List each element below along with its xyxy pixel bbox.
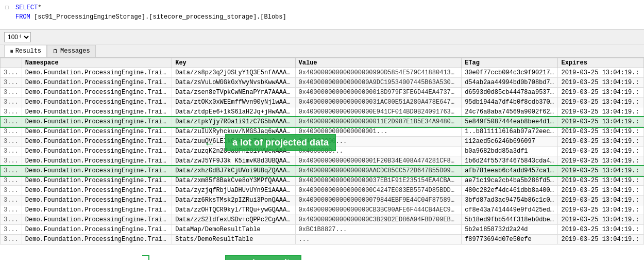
table-cell: Data/zs8pz3q2j0SLyY1Q3E5nfAAAAAAAAAAAA	[172, 68, 295, 78]
table-cell: Demo.Foundation.ProcessingEngine.Train.M…	[22, 137, 172, 147]
table-cell: Stats/DemoResultTable	[172, 235, 295, 245]
table-cell: 0x400000000000000000990D5854E579C4188041…	[295, 68, 462, 78]
table-cell: Data/zz6RksTMsk2pIZRui3PonQAAAAAAAAAAAA	[172, 196, 295, 205]
table-cell: 3...	[1, 156, 22, 166]
table-row: 3...Demo.Foundation.ProcessingEngine.Tra…	[1, 235, 644, 245]
table-row: 3...Demo.Foundation.ProcessingEngine.Tra…	[1, 147, 644, 156]
sql-star: *	[38, 3, 41, 12]
table-cell: 2019-03-25 13:04:19.:	[558, 225, 644, 235]
table-cell: 0x400000000000000000011E2D987E1B5E34A948…	[295, 117, 462, 127]
tab-messages-label: Messages	[60, 47, 90, 55]
table-cell: 2019-03-25 13:04:19.:	[558, 127, 644, 137]
table-cell: 3...	[1, 98, 22, 107]
table-cell: Demo.Foundation.ProcessingEngine.Train.M…	[22, 156, 172, 166]
table-row: 3...Demo.Foundation.ProcessingEngine.Tra…	[1, 117, 644, 127]
table-cell: Demo.Foundation.ProcessingEngine.Train.M…	[22, 68, 172, 78]
table-cell: 3...	[1, 225, 22, 235]
table-cell: f89773694d07e50efe	[462, 235, 558, 245]
toolbar: 100 % 50 % 75 % 125 % 150 %	[0, 30, 644, 44]
table-row: 3...Demo.Foundation.ProcessingEngine.Tra…	[1, 68, 644, 78]
table-cell: Demo.Foundation.ProcessingEngine.Train.M…	[22, 176, 172, 186]
table-row: 3...Demo.Foundation.ProcessingEngine.Tra…	[1, 186, 644, 196]
table-row: 3...Demo.Foundation.ProcessingEngine.Tra…	[1, 127, 644, 137]
table-cell: Demo.Foundation.ProcessingEngine.Train.M…	[22, 107, 172, 117]
table-cell: Demo.Foundation.ProcessingEngine.Train.M…	[22, 225, 172, 235]
table-cell: 2019-03-25 13:04:19.:	[558, 88, 644, 98]
bracket-right	[142, 255, 149, 260]
table-cell: 0x4000000000000000001...	[295, 127, 462, 137]
sql-select-keyword: SELECT	[15, 3, 38, 12]
table-row: 3...Demo.Foundation.ProcessingEngine.Tra…	[1, 137, 644, 147]
table-cell: 0x4060000...	[295, 147, 462, 156]
table-cell: Data/zsVuLoWGGkGxYwyNvsbKwwAAAAAAAAAAAA	[172, 78, 295, 88]
table-row: 3...Demo.Foundation.ProcessingEngine.Tra…	[1, 205, 644, 215]
table-cell: 1..b8l111l6l6ab07a72eec39f6d8f	[462, 127, 558, 137]
sql-editor: □ SELECT * FROM [sc91_ProcessingEngineSt…	[0, 0, 644, 30]
table-cell: 5e849f5087444eab8bee4d12b2bf986d	[462, 117, 558, 127]
table-cell: 2019-03-25 13:04:19.:	[558, 117, 644, 127]
merging-results-annotation: merging results	[225, 255, 301, 260]
table-cell: 0xBC1B8827...	[295, 225, 462, 235]
table-cell: 0x4000000000000000001F20B34E408A474281CF…	[295, 156, 462, 166]
table-cell: Data/zxm85f8BakCve8oY3MPfQAAAAAAAAAAAA	[172, 176, 295, 186]
tab-messages[interactable]: 🗒 Messages	[47, 45, 96, 57]
table-cell: 0x40000000000000000079844EBF9E44C04F8758…	[295, 196, 462, 205]
table-cell: Data/zwJ5YF9J3k K5imvK8d3UBQAAAAAAAAAAAA	[172, 156, 295, 166]
table-cell: 2019-03-25 13:04:19.:	[558, 147, 644, 156]
table-cell: Data/ztpkYjy7R0a1i91zC7G5bAAAAAAAAAAAA	[172, 117, 295, 127]
table-cell: 0x400000000000000000E941CF014BD0B2409176…	[295, 107, 462, 117]
table-cell: ae71c19ca2cb4ba5b286fd53c5e41e39	[462, 176, 558, 186]
table-row: 3...Demo.Foundation.ProcessingEngine.Tra…	[1, 98, 644, 107]
table-cell: 3...	[1, 137, 22, 147]
table-cell: 1b6d24f5573f4675843cda47016b85b0	[462, 156, 558, 166]
table-cell: ...	[295, 235, 462, 245]
table-cell: DataMap/DemoResultTable	[172, 225, 295, 235]
table-cell: 3...	[1, 127, 22, 137]
table-row: 3...Demo.Foundation.ProcessingEngine.Tra…	[1, 196, 644, 205]
table-cell: Data/zsen8eTVpkCwNEnaPYrA7AAAAAAAAAA	[172, 88, 295, 98]
table-row: 3...Demo.Foundation.ProcessingEngine.Tra…	[1, 78, 644, 88]
table-cell: Data/zuuQV6LElkC/HbreTtPt/QwAAAAAAAAAAAA	[172, 137, 295, 147]
table-cell: 2019-03-25 13:04:19.:	[558, 137, 644, 147]
table-cell: 3...	[1, 78, 22, 88]
table-cell: Data/zzOHTQCR9kyl/TRQu+ywGQAAAAAAAAAAAA	[172, 205, 295, 215]
table-cell: Data/zyzjqfRbjUaDHUvUYn9E1AAAAAAAAAAAAA	[172, 186, 295, 196]
table-cell: Demo.Foundation.ProcessingEngine.Train.M…	[22, 147, 172, 156]
tabs-bar: ⊞ Results 🗒 Messages	[0, 44, 644, 58]
table-cell: 0x40000000000000000031AC00E51A280A478E64…	[295, 98, 462, 107]
zoom-select[interactable]: 100 % 50 % 75 % 125 % 150 %	[4, 32, 31, 42]
table-cell: 0x40000000000000000C3B29D2ED86A04FBD709E…	[295, 215, 462, 225]
table-cell: Demo.Foundation.ProcessingEngine.Train.M…	[22, 235, 172, 245]
tab-results[interactable]: ⊞ Results	[4, 45, 47, 57]
table-cell: Demo.Foundation.ProcessingEngine.Train.M…	[22, 88, 172, 98]
table-cell: 2019-03-25 13:04:19.:	[558, 98, 644, 107]
table-cell: Demo.Foundation.ProcessingEngine.Train.M…	[22, 117, 172, 127]
table-cell: Demo.Foundation.ProcessingEngine.Train.M…	[22, 166, 172, 176]
table-cell: b0a9682bdd85a3df1	[462, 147, 558, 156]
table-cell: Data/zuIUXRyhckuv/NMGSJaq6wAAAAAAAAAAAA	[172, 127, 295, 137]
table-cell: 3...	[1, 68, 22, 78]
table-cell: 0x400000000000000000C4247E083EB5574D85BD…	[295, 186, 462, 196]
table-cell: Data/zzS2ldfexUSDv+cQPPc2CgAAAAAAAAAAAA	[172, 215, 295, 225]
results-area[interactable]: a lot of projected data ← → merging resu…	[0, 58, 644, 260]
table-cell: 0x40000000000000000CB3BC90AFE6F444CB4AEC…	[295, 205, 462, 215]
table-cell: 0x400000000000000000018D979F3FE6D44EA473…	[295, 88, 462, 98]
table-cell: 2019-03-25 13:04:19.:	[558, 166, 644, 176]
table-cell: 0x40000000...	[295, 137, 462, 147]
table-cell: 2019-03-25 13:04:19.:	[558, 107, 644, 117]
table-cell: 3...	[1, 107, 22, 117]
table-cell: 112aed5c6246b696097	[462, 137, 558, 147]
table-cell: 30e0f77ccb094c3c9f90217e64751ee6	[462, 68, 558, 78]
table-cell: Demo.Foundation.ProcessingEngine.Train.M…	[22, 98, 172, 107]
table-row: 3...Demo.Foundation.ProcessingEngine.Tra…	[1, 176, 644, 186]
message-icon: 🗒	[53, 48, 58, 55]
table-cell: 2019-03-25 13:04:19.:	[558, 68, 644, 78]
table-cell: 3bfd87ad3ac94754b86c1c0348b17a59	[462, 196, 558, 205]
table-cell: 3...	[1, 166, 22, 176]
col-header-value: Value	[295, 58, 462, 68]
table-cell: 2019-03-25 13:04:19.:	[558, 78, 644, 88]
table-cell: 480c282ef4dc461dbb8a4003fb9fc39d	[462, 186, 558, 196]
table-cell: d6593d0d85cb44478aa953716572cd2c	[462, 88, 558, 98]
col-header-key: Key	[172, 58, 295, 68]
table-cell: 3...	[1, 205, 22, 215]
